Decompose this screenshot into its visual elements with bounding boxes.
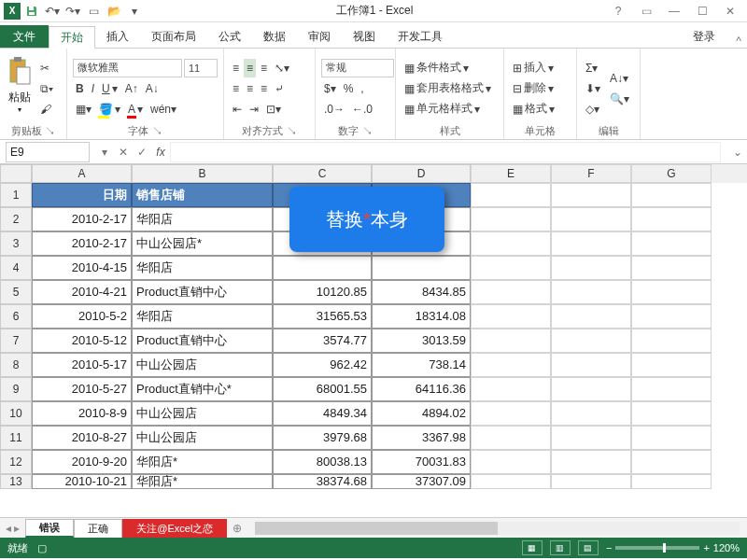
- row-header[interactable]: 11: [0, 426, 32, 450]
- cell[interactable]: 10120.85: [273, 280, 372, 304]
- tab-developer[interactable]: 开发工具: [387, 25, 454, 48]
- currency-icon[interactable]: $▾: [321, 79, 339, 98]
- italic-icon[interactable]: I: [89, 79, 97, 98]
- row-header[interactable]: 3: [0, 231, 32, 256]
- cell[interactable]: [471, 304, 551, 329]
- align-left-icon[interactable]: ≡: [230, 79, 242, 98]
- select-all-corner[interactable]: [0, 164, 32, 183]
- fx-icon[interactable]: fx: [151, 142, 170, 162]
- sheet-tab-err[interactable]: 错误: [25, 519, 74, 538]
- cell[interactable]: 华阳店: [132, 304, 273, 329]
- cut-icon[interactable]: ✂: [37, 59, 56, 77]
- cell[interactable]: 华阳店*: [132, 474, 273, 489]
- cell[interactable]: 962.42: [273, 353, 372, 377]
- format-painter-icon[interactable]: 🖌: [37, 100, 56, 119]
- formula-input[interactable]: [170, 142, 721, 162]
- number-format-select[interactable]: 常规: [321, 59, 394, 77]
- tab-file[interactable]: 文件: [0, 25, 49, 48]
- new-icon[interactable]: ▭: [84, 3, 103, 20]
- cell[interactable]: 销售店铺: [132, 183, 273, 207]
- cell[interactable]: [551, 401, 631, 426]
- cell[interactable]: 中山公园店: [132, 353, 273, 377]
- font-color-icon[interactable]: A▾: [125, 100, 146, 119]
- view-page-break-icon[interactable]: ▤: [578, 540, 599, 555]
- autosum-icon[interactable]: Σ▾: [583, 59, 603, 77]
- cell[interactable]: 中山公园店: [132, 426, 273, 450]
- font-size-select[interactable]: 11: [184, 59, 218, 77]
- fill-icon[interactable]: ⬇▾: [583, 79, 603, 98]
- qat-customize-icon[interactable]: ▾: [125, 3, 144, 20]
- cell-styles-button[interactable]: ▦单元格样式▾: [402, 100, 494, 119]
- shrink-font-icon[interactable]: A↓: [143, 79, 162, 98]
- decrease-decimal-icon[interactable]: ←.0: [349, 100, 375, 119]
- row-header[interactable]: 9: [0, 377, 32, 401]
- cell[interactable]: [551, 280, 631, 304]
- grow-font-icon[interactable]: A↑: [122, 79, 141, 98]
- wrap-text-icon[interactable]: ⤶: [272, 79, 287, 98]
- cell[interactable]: 4849.34: [273, 401, 372, 426]
- align-top-icon[interactable]: ≡: [230, 59, 242, 77]
- cell[interactable]: [631, 183, 712, 207]
- worksheet-grid[interactable]: A B C D E F G 1日期销售店铺22010-2-17华阳店32010-…: [0, 164, 747, 517]
- cell[interactable]: [631, 401, 712, 426]
- col-header-F[interactable]: F: [551, 164, 631, 183]
- name-box[interactable]: E9: [6, 142, 90, 162]
- name-box-dropdown-icon[interactable]: ▾: [95, 142, 114, 162]
- cell[interactable]: [631, 377, 712, 401]
- view-normal-icon[interactable]: ▦: [522, 540, 543, 555]
- cell[interactable]: 中山公园店*: [132, 231, 273, 256]
- cell[interactable]: 3574.77: [273, 329, 372, 353]
- cell[interactable]: [551, 450, 631, 474]
- format-as-table-button[interactable]: ▦套用表格格式▾: [402, 79, 494, 98]
- cell[interactable]: Product直销中心: [132, 280, 273, 304]
- cell[interactable]: 2010-10-21: [32, 474, 132, 489]
- cell[interactable]: [471, 426, 551, 450]
- row-header[interactable]: 10: [0, 401, 32, 426]
- cell[interactable]: 2010-5-27: [32, 377, 132, 401]
- row-header[interactable]: 6: [0, 304, 32, 329]
- zoom-control[interactable]: − + 120%: [606, 542, 740, 553]
- merge-icon[interactable]: ⊡▾: [263, 100, 284, 119]
- tab-view[interactable]: 视图: [342, 25, 387, 48]
- zoom-slider[interactable]: [615, 546, 699, 550]
- cell[interactable]: 华阳店*: [132, 450, 273, 474]
- macro-record-icon[interactable]: ▢: [37, 542, 47, 554]
- cell[interactable]: 4894.02: [372, 401, 471, 426]
- col-header-A[interactable]: A: [32, 164, 132, 183]
- cell[interactable]: 2010-9-20: [32, 450, 132, 474]
- cell[interactable]: 2010-4-21: [32, 280, 132, 304]
- fill-color-icon[interactable]: 🪣▾: [96, 100, 123, 119]
- ribbon-options-icon[interactable]: ▭: [633, 3, 659, 20]
- row-header[interactable]: 12: [0, 450, 32, 474]
- col-header-D[interactable]: D: [372, 164, 471, 183]
- phonetic-icon[interactable]: wén▾: [148, 100, 179, 119]
- cell[interactable]: 18314.08: [372, 304, 471, 329]
- cell[interactable]: [471, 377, 551, 401]
- row-header[interactable]: 5: [0, 280, 32, 304]
- col-header-E[interactable]: E: [471, 164, 551, 183]
- cell[interactable]: [551, 183, 631, 207]
- cell[interactable]: 2010-5-12: [32, 329, 132, 353]
- row-header[interactable]: 8: [0, 353, 32, 377]
- cell[interactable]: Product直销中心: [132, 329, 273, 353]
- cell[interactable]: [631, 329, 712, 353]
- cell[interactable]: 3367.98: [372, 426, 471, 450]
- align-center-icon[interactable]: ≡: [244, 79, 256, 98]
- cell[interactable]: 31565.53: [273, 304, 372, 329]
- enter-icon[interactable]: ✓: [133, 142, 151, 162]
- tab-formulas[interactable]: 公式: [207, 25, 252, 48]
- cell[interactable]: [471, 450, 551, 474]
- cell[interactable]: [631, 280, 712, 304]
- conditional-formatting-button[interactable]: ▦条件格式▾: [402, 59, 494, 77]
- decrease-indent-icon[interactable]: ⇤: [230, 100, 245, 119]
- cell[interactable]: 64116.36: [372, 377, 471, 401]
- align-right-icon[interactable]: ≡: [258, 79, 270, 98]
- tab-data[interactable]: 数据: [252, 25, 297, 48]
- cell[interactable]: [471, 256, 551, 280]
- sheet-nav[interactable]: ◂ ▸: [0, 522, 25, 535]
- cell[interactable]: 华阳店: [132, 207, 273, 231]
- cell[interactable]: [471, 353, 551, 377]
- col-header-G[interactable]: G: [631, 164, 712, 183]
- find-select-icon[interactable]: 🔍▾: [607, 90, 632, 108]
- cell[interactable]: [551, 256, 631, 280]
